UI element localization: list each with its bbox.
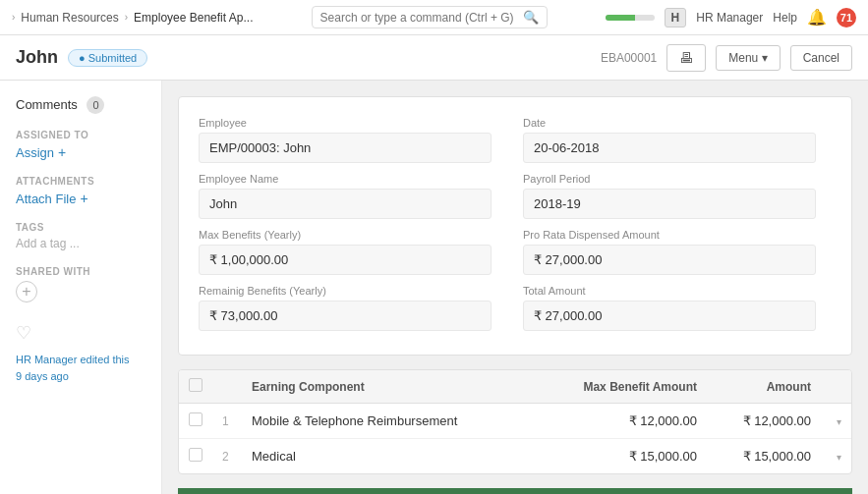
total-amount-label: Total Amount <box>523 285 832 297</box>
row-max-benefit: ₹ 15,000.00 <box>534 439 707 474</box>
table-header-max-benefit: Max Benefit Amount <box>534 370 707 404</box>
earnings-table: Earning Component Max Benefit Amount Amo… <box>179 370 851 473</box>
activity-time: 9 days ago <box>16 370 69 382</box>
table-header-amount: Amount <box>707 370 821 404</box>
employee-value: EMP/00003: John <box>199 133 492 163</box>
assigned-to-label: ASSIGNED TO <box>16 130 145 140</box>
attachments-label: ATTACHMENTS <box>16 176 145 187</box>
cancel-button[interactable]: Cancel <box>790 45 852 71</box>
payroll-period-label: Payroll Period <box>523 173 832 185</box>
remaining-benefits-label: Remainig Benefits (Yearly) <box>199 285 507 297</box>
max-benefits-label: Max Benefits (Yearly) <box>199 229 507 241</box>
page-title: John <box>16 47 58 68</box>
comments-label: Comments <box>16 97 78 112</box>
form-row-4: Remainig Benefits (Yearly) ₹ 73,000.00 T… <box>199 285 832 331</box>
hr-badge: H <box>665 8 687 27</box>
row-checkbox-cell <box>179 439 212 474</box>
heart-icon[interactable]: ♡ <box>16 322 145 344</box>
employee-name-field: Employee Name John <box>199 173 523 219</box>
top-nav: › Human Resources › Employee Benefit Ap.… <box>0 0 868 35</box>
chevron-down-icon: ▾ <box>762 51 768 65</box>
remaining-benefits-field: Remainig Benefits (Yearly) ₹ 73,000.00 <box>199 285 523 331</box>
select-all-checkbox[interactable] <box>189 378 203 392</box>
sidebar-footer: ♡ HR Manager edited this 9 days ago <box>16 322 145 384</box>
hr-manager-dropdown[interactable]: HR Manager <box>696 11 763 25</box>
plus-icon: + <box>58 144 66 160</box>
help-button[interactable]: Help <box>773 11 797 25</box>
row-max-benefit: ₹ 12,000.00 <box>534 404 707 439</box>
menu-button[interactable]: Menu ▾ <box>716 45 780 71</box>
assign-link[interactable]: Assign + <box>16 144 145 160</box>
pro-rata-field: Pro Rata Dispensed Amount ₹ 27,000.00 <box>523 229 832 275</box>
row-num: 1 <box>212 404 242 439</box>
page-header: John ● Submitted EBA00001 🖶 Menu ▾ Cance… <box>0 35 868 81</box>
doc-id: EBA00001 <box>601 51 657 65</box>
employee-label: Employee <box>199 117 507 129</box>
sidebar-comments-section: Comments 0 <box>16 96 145 114</box>
employee-name-value: John <box>199 189 492 219</box>
sidebar: Comments 0 ASSIGNED TO Assign + ATTACHME… <box>0 81 162 494</box>
total-amount-field: Total Amount ₹ 27,000.00 <box>523 285 832 331</box>
search-bar[interactable]: 🔍 <box>312 6 548 28</box>
attach-plus-icon: + <box>80 191 87 206</box>
nav-right: H HR Manager Help 🔔 71 <box>606 8 856 27</box>
sidebar-activity: HR Manager edited this 9 days ago <box>16 352 145 384</box>
form-row-1: Employee EMP/00003: John Date 20-06-2018 <box>199 117 832 163</box>
search-input[interactable] <box>320 11 517 25</box>
date-value: 20-06-2018 <box>523 133 816 163</box>
footer-bar <box>178 488 852 494</box>
date-field: Date 20-06-2018 <box>523 117 832 163</box>
chevron-right-icon: › <box>12 12 15 23</box>
add-tag-placeholder[interactable]: Add a tag ... <box>16 237 145 250</box>
row-chevron-down-icon[interactable]: ▾ <box>831 416 841 427</box>
row-chevron-cell: ▾ <box>821 439 851 474</box>
employee-field: Employee EMP/00003: John <box>199 117 523 163</box>
alert-badge[interactable]: 71 <box>837 8 856 27</box>
remaining-benefits-value: ₹ 73,000.00 <box>199 301 492 331</box>
sidebar-attachments-section: ATTACHMENTS Attach File + <box>16 176 145 206</box>
chevron-right-icon-2: › <box>125 12 128 23</box>
earnings-table-card: Earning Component Max Benefit Amount Amo… <box>178 369 852 474</box>
row-checkbox[interactable] <box>189 412 203 426</box>
comments-count: 0 <box>87 96 104 114</box>
row-chevron-down-icon[interactable]: ▾ <box>831 452 841 463</box>
status-dot: ● <box>79 52 88 64</box>
search-icon: 🔍 <box>523 10 539 25</box>
content-area: Employee EMP/00003: John Date 20-06-2018… <box>162 81 868 494</box>
form-row-2: Employee Name John Payroll Period 2018-1… <box>199 173 832 219</box>
pro-rata-label: Pro Rata Dispensed Amount <box>523 229 832 241</box>
table-header-earning: Earning Component <box>242 370 534 404</box>
row-num: 2 <box>212 439 242 474</box>
sidebar-shared-section: SHARED WITH + <box>16 266 145 302</box>
attach-link[interactable]: Attach File + <box>16 191 145 206</box>
row-amount: ₹ 12,000.00 <box>707 404 821 439</box>
shared-plus[interactable]: + <box>16 281 37 302</box>
header-actions: EBA00001 🖶 Menu ▾ Cancel <box>601 44 852 72</box>
sidebar-tags-section: TAGS Add a tag ... <box>16 222 145 250</box>
row-component: Medical <box>242 439 534 474</box>
table-header-num <box>212 370 242 404</box>
max-benefits-field: Max Benefits (Yearly) ₹ 1,00,000.00 <box>199 229 523 275</box>
row-checkbox[interactable] <box>189 448 203 462</box>
pro-rata-value: ₹ 27,000.00 <box>523 245 816 275</box>
max-benefits-value: ₹ 1,00,000.00 <box>199 245 492 275</box>
breadcrumb-human-resources[interactable]: Human Resources <box>21 11 118 25</box>
row-checkbox-cell <box>179 404 212 439</box>
total-amount-value: ₹ 27,000.00 <box>523 301 816 331</box>
table-header-check <box>179 370 212 404</box>
form-row-3: Max Benefits (Yearly) ₹ 1,00,000.00 Pro … <box>199 229 832 275</box>
page-title-area: John ● Submitted <box>16 47 147 68</box>
notification-icon[interactable]: 🔔 <box>807 8 827 27</box>
row-amount: ₹ 15,000.00 <box>707 439 821 474</box>
print-button[interactable]: 🖶 <box>666 44 706 72</box>
status-label: Submitted <box>88 52 138 64</box>
progress-fill <box>606 15 635 21</box>
shared-with-label: SHARED WITH <box>16 266 145 277</box>
table-row: 2 Medical ₹ 15,000.00 ₹ 15,000.00 ▾ <box>179 439 851 474</box>
date-label: Date <box>523 117 832 129</box>
tags-label: TAGS <box>16 222 145 233</box>
table-row: 1 Mobile & Telephone Reimbursement ₹ 12,… <box>179 404 851 439</box>
payroll-period-field: Payroll Period 2018-19 <box>523 173 832 219</box>
form-card: Employee EMP/00003: John Date 20-06-2018… <box>178 96 852 356</box>
sidebar-assigned-section: ASSIGNED TO Assign + <box>16 130 145 160</box>
